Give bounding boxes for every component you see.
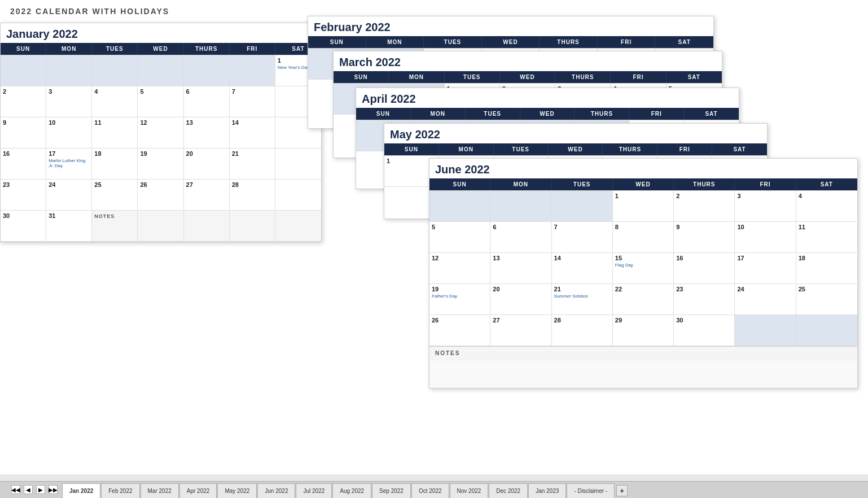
tab-aug-2022[interactable]: Aug 2022 [332,483,371,498]
tab-disclaimer[interactable]: - Disclaimer - [567,483,615,498]
tab-bar: ◀◀ ◀ ▶ ▶▶ Jan 2022 Feb 2022 Mar 2022 Apr… [0,481,868,498]
february-title: February 2022 [308,16,713,36]
january-grid: 1New Year's Day 2 3 4 5 6 7 9 10 11 12 1… [1,55,321,242]
tab-oct-2022[interactable]: Oct 2022 [411,483,449,498]
may-title: May 2022 [384,124,767,143]
tab-nav-prev[interactable]: ◀ [24,485,33,494]
may-header: SUN MON TUES WED THURS FRI SAT [384,143,767,155]
tab-nav-last[interactable]: ▶▶ [49,485,58,494]
january-calendar: January 2022 SUN MON TUES WED THURS FRI … [0,23,322,242]
tab-may-2022[interactable]: May 2022 [217,483,257,498]
june-header: SUN MON TUES WED THURS FRI SAT [429,178,857,190]
february-header: SUN MON TUES WED THURS FRI SAT [308,36,713,48]
tab-apr-2022[interactable]: Apr 2022 [179,483,217,498]
tab-feb-2022[interactable]: Feb 2022 [101,483,139,498]
tab-sep-2022[interactable]: Sep 2022 [372,483,411,498]
june-calendar: June 2022 SUN MON TUES WED THURS FRI SAT… [429,158,858,388]
january-header: SUN MON TUES WED THURS FRI SAT [1,43,321,55]
tab-add-button[interactable]: + [616,485,628,496]
march-title: March 2022 [334,51,722,71]
tab-nav-next[interactable]: ▶ [36,485,45,494]
april-header: SUN MON TUES WED THURS FRI SAT [356,108,739,120]
tab-jan-2022[interactable]: Jan 2022 [62,483,100,498]
january-title: January 2022 [1,23,321,43]
april-title: April 2022 [356,88,739,108]
tab-jul-2022[interactable]: Jul 2022 [296,483,332,498]
page-title: 2022 CALENDAR WITH HOLIDAYS [10,7,169,16]
tab-jun-2022[interactable]: Jun 2022 [257,483,295,498]
march-header: SUN MON TUES WED THURS FRI SAT [334,71,722,83]
tab-dec-2022[interactable]: Dec 2022 [489,483,528,498]
tab-nov-2022[interactable]: Nov 2022 [450,483,489,498]
june-notes: NOTES [429,346,857,360]
tab-jan-2023[interactable]: Jan 2023 [528,483,566,498]
tab-nav-first[interactable]: ◀◀ [11,485,20,494]
spreadsheet-area: 2022 CALENDAR WITH HOLIDAYS January 2022… [0,0,868,474]
tab-mar-2022[interactable]: Mar 2022 [141,483,179,498]
june-title: June 2022 [429,159,857,178]
june-grid: 1 2 3 4 5 6 7 8 9 10 11 12 13 14 15Flag … [429,190,857,346]
